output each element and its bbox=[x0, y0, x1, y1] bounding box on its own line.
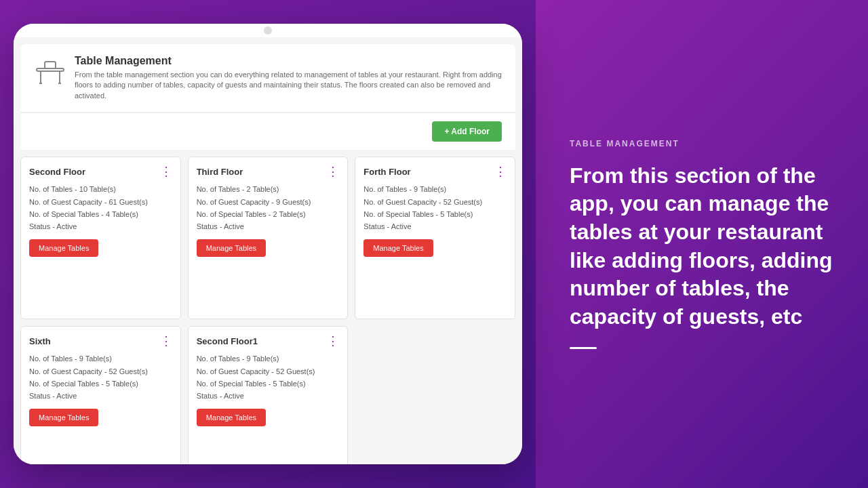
floors-grid: Second Floor ⋮ No. of Tables - 10 Table(… bbox=[14, 150, 522, 464]
add-floor-button[interactable]: + Add Floor bbox=[432, 121, 502, 142]
floor-card-header: Second Floor1 ⋮ bbox=[197, 335, 340, 347]
app-content: Table Management From the table manageme… bbox=[14, 37, 522, 464]
floor-card: Sixth ⋮ No. of Tables - 9 Table(s) No. o… bbox=[20, 326, 181, 464]
floor-card-header: Second Floor ⋮ bbox=[29, 165, 172, 178]
floor-details: No. of Tables - 2 Table(s) No. of Guest … bbox=[197, 184, 340, 232]
left-panel: Table Management From the table manageme… bbox=[0, 0, 536, 488]
floor-tables: No. of Tables - 10 Table(s) bbox=[29, 184, 172, 195]
manage-tables-button[interactable]: Manage Tables bbox=[29, 239, 98, 257]
floor-name: Sixth bbox=[29, 336, 51, 346]
floor-tables: No. of Tables - 9 Table(s) bbox=[363, 184, 507, 195]
floor-status: Status - Active bbox=[363, 222, 507, 232]
device-frame: Table Management From the table manageme… bbox=[14, 24, 522, 464]
floor-details: No. of Tables - 9 Table(s) No. of Guest … bbox=[29, 354, 172, 402]
floor-guest-capacity: No. of Guest Capacity - 52 Guest(s) bbox=[363, 197, 507, 207]
page-title: Table Management bbox=[75, 55, 502, 67]
floor-tables: No. of Tables - 9 Table(s) bbox=[197, 354, 340, 364]
device-top-bar bbox=[14, 24, 522, 37]
floor-card-header: Third Floor ⋮ bbox=[197, 165, 340, 178]
floor-name: Second Floor1 bbox=[197, 336, 258, 346]
floor-status: Status - Active bbox=[197, 222, 340, 232]
device-notch bbox=[264, 26, 272, 35]
floor-card-header: Forth Floor ⋮ bbox=[363, 165, 507, 178]
floor-special-tables: No. of Special Tables - 5 Table(s) bbox=[197, 379, 340, 389]
floor-menu-icon[interactable]: ⋮ bbox=[160, 335, 172, 347]
divider bbox=[570, 347, 597, 349]
floor-card: Second Floor ⋮ No. of Tables - 10 Table(… bbox=[20, 157, 181, 319]
floor-special-tables: No. of Special Tables - 5 Table(s) bbox=[29, 379, 172, 389]
floor-special-tables: No. of Special Tables - 4 Table(s) bbox=[29, 209, 172, 220]
section-label: TABLE MANAGEMENT bbox=[570, 139, 834, 148]
manage-tables-button[interactable]: Manage Tables bbox=[197, 239, 266, 257]
manage-tables-button[interactable]: Manage Tables bbox=[363, 239, 433, 257]
floor-guest-capacity: No. of Guest Capacity - 61 Guest(s) bbox=[29, 197, 172, 207]
floor-tables: No. of Tables - 2 Table(s) bbox=[197, 184, 340, 195]
floor-card: Forth Floor ⋮ No. of Tables - 9 Table(s)… bbox=[355, 157, 515, 319]
floor-special-tables: No. of Special Tables - 2 Table(s) bbox=[197, 209, 340, 220]
floor-name: Second Floor bbox=[29, 167, 85, 177]
right-panel: TABLE MANAGEMENT From this section of th… bbox=[536, 0, 868, 488]
floor-tables: No. of Tables - 9 Table(s) bbox=[29, 354, 172, 364]
svg-rect-5 bbox=[45, 62, 56, 68]
floor-details: No. of Tables - 9 Table(s) No. of Guest … bbox=[363, 184, 507, 232]
floor-menu-icon[interactable]: ⋮ bbox=[494, 165, 507, 178]
floor-card-header: Sixth ⋮ bbox=[29, 335, 172, 347]
floor-menu-icon[interactable]: ⋮ bbox=[327, 335, 339, 347]
floor-status: Status - Active bbox=[197, 391, 340, 401]
manage-tables-button[interactable]: Manage Tables bbox=[29, 409, 98, 426]
floor-guest-capacity: No. of Guest Capacity - 52 Guest(s) bbox=[29, 367, 172, 377]
page-description: From the table management section you ca… bbox=[75, 70, 502, 101]
manage-tables-button[interactable]: Manage Tables bbox=[197, 409, 266, 426]
floor-card: Second Floor1 ⋮ No. of Tables - 9 Table(… bbox=[188, 326, 349, 464]
floor-details: No. of Tables - 9 Table(s) No. of Guest … bbox=[197, 354, 340, 402]
floor-name: Third Floor bbox=[197, 167, 243, 177]
table-management-icon bbox=[34, 56, 66, 89]
app-header: Table Management From the table manageme… bbox=[20, 44, 515, 113]
floor-guest-capacity: No. of Guest Capacity - 52 Guest(s) bbox=[197, 367, 340, 377]
main-description: From this section of the app, you can ma… bbox=[570, 162, 834, 331]
floor-menu-icon[interactable]: ⋮ bbox=[327, 165, 339, 178]
floor-special-tables: No. of Special Tables - 5 Table(s) bbox=[363, 209, 507, 220]
floor-card: Third Floor ⋮ No. of Tables - 2 Table(s)… bbox=[188, 157, 349, 319]
floor-menu-icon[interactable]: ⋮ bbox=[160, 165, 172, 178]
floor-guest-capacity: No. of Guest Capacity - 9 Guest(s) bbox=[197, 197, 340, 207]
floor-name: Forth Floor bbox=[363, 167, 410, 177]
floor-details: No. of Tables - 10 Table(s) No. of Guest… bbox=[29, 184, 172, 232]
add-floor-area: + Add Floor bbox=[20, 113, 515, 150]
floor-status: Status - Active bbox=[29, 222, 172, 232]
floor-status: Status - Active bbox=[29, 391, 172, 401]
